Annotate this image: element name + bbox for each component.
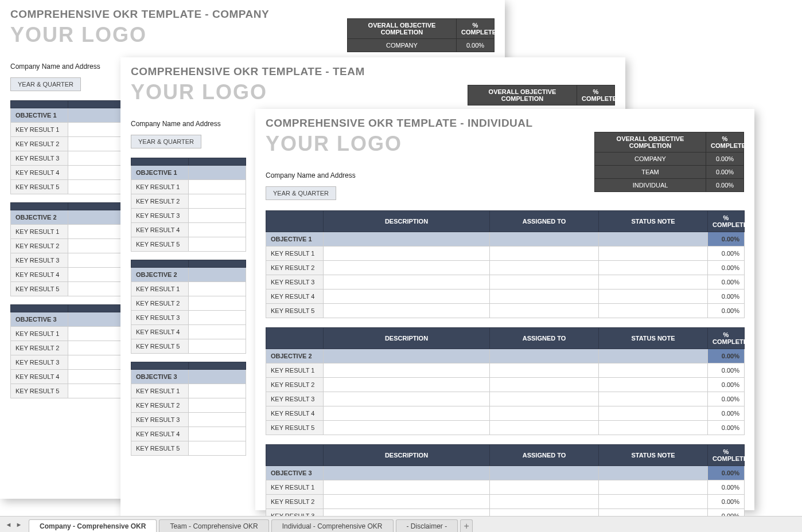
cell[interactable]	[324, 420, 490, 435]
cell[interactable]	[189, 281, 246, 296]
cell[interactable]	[490, 260, 599, 275]
year-quarter-ind[interactable]: YEAR & QUARTER	[266, 186, 336, 200]
cell[interactable]	[68, 224, 126, 238]
cell[interactable]	[324, 349, 490, 363]
cell[interactable]	[490, 420, 599, 435]
cell[interactable]	[490, 303, 599, 318]
kr-name: KEY RESULT 1	[11, 326, 68, 341]
cell[interactable]	[68, 165, 126, 179]
cell[interactable]	[189, 296, 246, 310]
cell[interactable]	[490, 406, 599, 420]
cell[interactable]	[68, 238, 126, 253]
cell[interactable]	[599, 363, 708, 377]
objective-table-narrow: OBJECTIVE 3KEY RESULT 1KEY RESULT 2KEY R…	[131, 362, 246, 456]
cell[interactable]	[490, 466, 599, 480]
cell[interactable]	[599, 466, 708, 480]
cell[interactable]	[189, 369, 246, 384]
tab-prev-icon[interactable]: ◄	[5, 521, 13, 529]
cell[interactable]	[189, 398, 246, 412]
cell[interactable]	[324, 289, 490, 303]
cell[interactable]	[324, 392, 490, 406]
col-description: DESCRIPTION	[324, 444, 490, 466]
tab-team[interactable]: Team - Comprehensive OKR	[159, 519, 268, 532]
cell[interactable]	[599, 275, 708, 289]
tab-disclaimer[interactable]: - Disclaimer -	[396, 519, 458, 532]
cell[interactable]	[490, 289, 599, 303]
cell[interactable]	[599, 406, 708, 420]
tab-add-icon[interactable]: +	[460, 519, 473, 532]
cell[interactable]	[490, 377, 599, 392]
cell[interactable]	[68, 253, 126, 267]
cell[interactable]	[189, 179, 246, 194]
kr-name: KEY RESULT 3	[266, 392, 324, 406]
cell[interactable]	[189, 310, 246, 324]
tab-company[interactable]: Company - Comprehensive OKR	[29, 519, 157, 532]
cell[interactable]	[490, 246, 599, 260]
cell[interactable]	[324, 363, 490, 377]
cell[interactable]	[599, 349, 708, 363]
cell[interactable]	[599, 420, 708, 435]
col-status: STATUS NOTE	[599, 444, 708, 466]
cell[interactable]	[68, 108, 126, 122]
tab-next-icon[interactable]: ►	[15, 521, 23, 529]
cell[interactable]	[324, 494, 490, 508]
cell[interactable]	[490, 275, 599, 289]
cell[interactable]	[324, 406, 490, 420]
year-quarter-team[interactable]: YEAR & QUARTER	[131, 135, 201, 148]
cell[interactable]	[490, 363, 599, 377]
cell[interactable]	[599, 303, 708, 318]
cell[interactable]	[324, 466, 490, 480]
cell[interactable]	[189, 427, 246, 441]
cell[interactable]	[68, 341, 126, 355]
cell[interactable]	[68, 122, 126, 136]
cell[interactable]	[490, 392, 599, 406]
cell[interactable]	[68, 151, 126, 165]
year-quarter-company[interactable]: YEAR & QUARTER	[10, 77, 81, 91]
cell[interactable]	[324, 260, 490, 275]
cell[interactable]	[68, 384, 126, 398]
cell[interactable]	[599, 494, 708, 508]
individual-title: COMPREHENSIVE OKR TEMPLATE - INDIVIDUAL	[266, 117, 744, 130]
cell[interactable]	[599, 232, 708, 246]
cell[interactable]	[324, 303, 490, 318]
cell[interactable]	[599, 392, 708, 406]
cell[interactable]	[324, 246, 490, 260]
cell[interactable]	[68, 326, 126, 341]
cell[interactable]	[189, 194, 246, 208]
cell[interactable]	[189, 237, 246, 251]
cell[interactable]	[324, 377, 490, 392]
cell[interactable]	[189, 267, 246, 281]
objective-name: OBJECTIVE 1	[266, 232, 324, 246]
cell[interactable]	[599, 480, 708, 494]
cell[interactable]	[68, 355, 126, 369]
cell[interactable]	[324, 275, 490, 289]
cell[interactable]	[189, 384, 246, 398]
cell[interactable]	[599, 377, 708, 392]
cell[interactable]	[68, 312, 126, 326]
tab-individual[interactable]: Individual - Comprehensive OKR	[271, 519, 394, 532]
cell[interactable]	[189, 339, 246, 353]
cell[interactable]	[68, 179, 126, 194]
cell[interactable]	[189, 412, 246, 427]
cell[interactable]	[324, 232, 490, 246]
cell[interactable]	[599, 289, 708, 303]
cell[interactable]	[68, 210, 126, 224]
cell[interactable]	[490, 480, 599, 494]
cell[interactable]	[189, 324, 246, 339]
cell[interactable]	[324, 480, 490, 494]
col-status: STATUS NOTE	[599, 210, 708, 232]
cell[interactable]	[68, 267, 126, 281]
cell[interactable]	[68, 369, 126, 384]
cell[interactable]	[599, 246, 708, 260]
cell[interactable]	[490, 494, 599, 508]
cell[interactable]	[68, 281, 126, 296]
cell[interactable]	[189, 208, 246, 222]
cell[interactable]	[68, 136, 126, 151]
cell[interactable]	[189, 222, 246, 237]
cell[interactable]	[189, 441, 246, 455]
cell[interactable]	[599, 260, 708, 275]
cell[interactable]	[189, 165, 246, 179]
cell[interactable]	[490, 232, 599, 246]
cell[interactable]	[490, 349, 599, 363]
overall-label: OVERALL OBJECTIVE COMPLETION	[348, 19, 457, 39]
